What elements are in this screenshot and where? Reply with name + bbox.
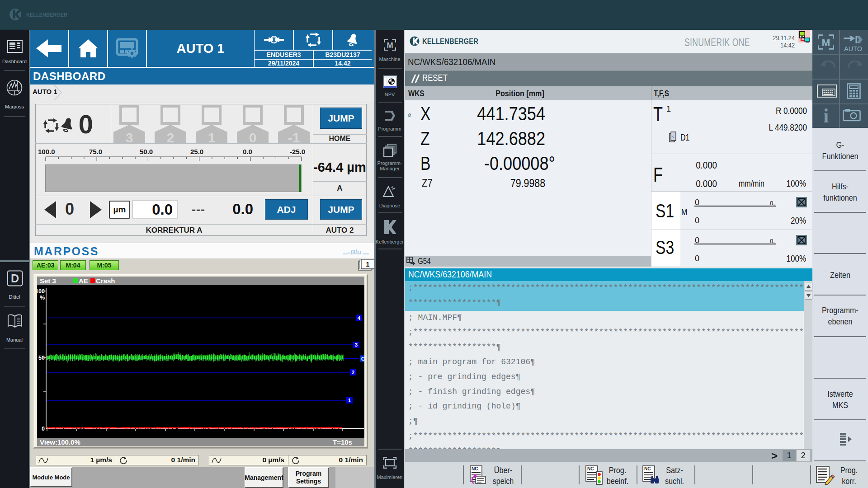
- svg-text:C: C: [361, 356, 364, 361]
- svg-text:2: 2: [352, 370, 354, 375]
- svg-text:1: 1: [366, 260, 369, 268]
- svg-text:Blu: Blu: [350, 248, 361, 256]
- svg-text:NC: NC: [587, 466, 594, 471]
- svg-text:4: 4: [358, 315, 361, 321]
- svg-text:1: 1: [208, 130, 216, 143]
- svg-text:%: %: [40, 295, 45, 301]
- svg-text:2: 2: [167, 130, 175, 143]
- svg-text:0: 0: [249, 130, 257, 143]
- svg-text:1: 1: [348, 398, 351, 403]
- svg-text:M: M: [822, 37, 830, 48]
- svg-text:KELLENBERGER: KELLENBERGER: [422, 37, 478, 45]
- svg-text:0: 0: [42, 426, 45, 432]
- svg-text:3: 3: [355, 342, 358, 347]
- svg-text:3: 3: [126, 130, 133, 143]
- svg-text:NC: NC: [472, 466, 478, 471]
- svg-text:100: 100: [37, 288, 45, 295]
- svg-text:M: M: [387, 41, 393, 50]
- svg-text:50: 50: [38, 355, 45, 361]
- svg-text:NC: NC: [644, 466, 651, 471]
- svg-text:KELLENBERGER: KELLENBERGER: [26, 11, 67, 18]
- svg-text:D: D: [11, 272, 19, 285]
- svg-text:AUTO: AUTO: [844, 45, 862, 52]
- svg-text:-1: -1: [288, 130, 300, 143]
